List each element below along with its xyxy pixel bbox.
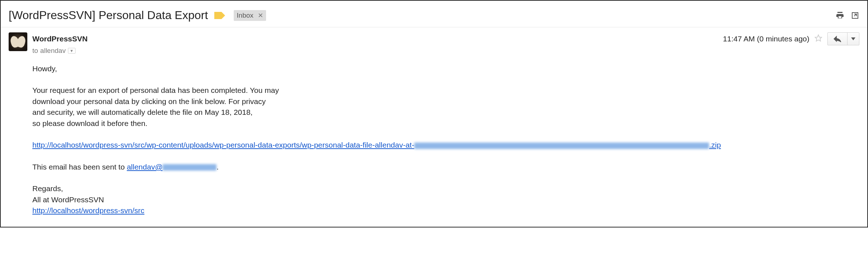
inbox-chip-label: Inbox: [237, 12, 253, 19]
body-greeting: Howdy,: [32, 63, 859, 74]
export-download-link[interactable]: http://localhost/wordpress-svn/src/wp-co…: [32, 141, 721, 149]
message-body: Howdy, Your request for an export of per…: [32, 63, 867, 216]
reply-button-group: [827, 32, 859, 45]
star-icon[interactable]: [814, 34, 822, 44]
body-sent-to-line: This email has been sent to allendav@.: [32, 162, 859, 172]
recipient-line: to allendav ▼: [32, 47, 859, 55]
redacted-email-segment: [163, 164, 216, 171]
body-paragraph-1: Your request for an export of personal d…: [32, 85, 859, 129]
to-prefix: to: [32, 47, 38, 55]
message-timestamp: 11:47 AM (0 minutes ago): [723, 35, 809, 43]
reply-button[interactable]: [828, 33, 847, 45]
label-tag-icon[interactable]: [214, 12, 225, 19]
sender-name[interactable]: WordPressSVN: [32, 35, 88, 43]
print-icon[interactable]: [836, 11, 844, 20]
site-link[interactable]: http://localhost/wordpress-svn/src: [32, 206, 145, 215]
open-in-new-window-icon[interactable]: [851, 11, 859, 20]
body-signoff: All at WordPressSVN: [32, 194, 859, 205]
to-recipient: allendav: [40, 47, 66, 55]
body-export-link-line: http://localhost/wordpress-svn/src/wp-co…: [32, 140, 859, 150]
body-regards: Regards,: [32, 183, 859, 194]
inbox-category-chip[interactable]: Inbox ✕: [234, 10, 266, 21]
subject-row: [WordPressSVN] Personal Data Export Inbo…: [1, 4, 867, 27]
show-details-toggle[interactable]: ▼: [68, 48, 76, 54]
email-subject: [WordPressSVN] Personal Data Export: [9, 9, 208, 22]
body-site-link-line: http://localhost/wordpress-svn/src: [32, 205, 859, 216]
subject-actions: [836, 11, 859, 20]
reply-more-button[interactable]: [847, 33, 859, 45]
svg-marker-0: [815, 35, 822, 41]
message-header: WordPressSVN 11:47 AM (0 minutes ago): [1, 27, 867, 55]
recipient-email-link[interactable]: allendav@: [127, 163, 217, 171]
redacted-link-segment: [414, 143, 709, 149]
sender-avatar[interactable]: [9, 32, 27, 51]
close-icon[interactable]: ✕: [258, 12, 263, 19]
email-view: [WordPressSVN] Personal Data Export Inbo…: [0, 0, 868, 227]
